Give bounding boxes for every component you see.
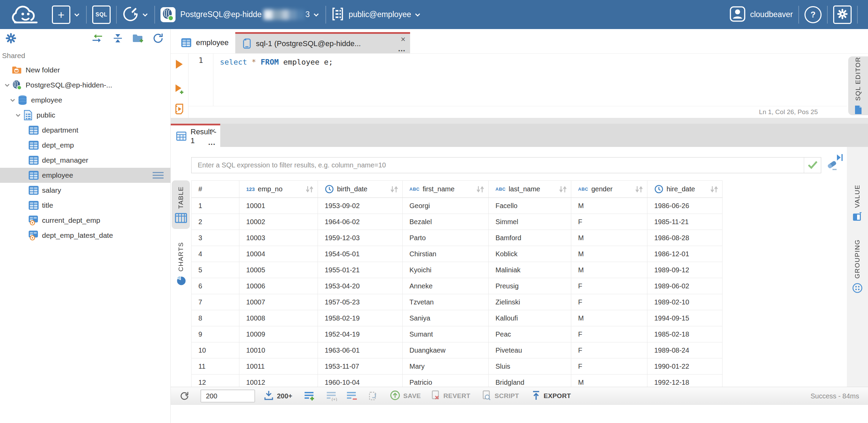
data-cell[interactable]: 1989-08-24	[647, 342, 723, 358]
data-cell[interactable]: 10010	[239, 342, 318, 358]
row-index-cell[interactable]: 4	[192, 246, 239, 262]
data-cell[interactable]: 1986-08-28	[647, 230, 723, 246]
driver-manager-button[interactable]	[122, 6, 149, 24]
data-cell[interactable]: 1985-02-18	[647, 326, 723, 342]
filter-input[interactable]	[192, 158, 804, 173]
result-tab[interactable]: Result - 1 × ...	[171, 124, 220, 147]
data-cell[interactable]: 1954-05-01	[318, 246, 403, 262]
connection-selector[interactable]: PostgreSQL@ep-hidde 3	[160, 7, 320, 22]
tab-menu-icon[interactable]: ...	[208, 139, 215, 146]
chevron-down-icon[interactable]	[8, 97, 17, 104]
data-cell[interactable]: 10005	[239, 262, 318, 278]
row-index-cell[interactable]: 6	[192, 278, 239, 294]
save-button[interactable]: SAVE	[390, 390, 421, 402]
data-cell[interactable]: 1985-11-21	[647, 214, 723, 230]
delete-row-button[interactable]	[346, 391, 357, 401]
data-cell[interactable]: Zielinski	[489, 294, 571, 310]
data-cell[interactable]: Koblick	[489, 246, 571, 262]
script-button[interactable]: SCRIPT	[482, 390, 519, 402]
tree-item-postgresql-ep-hidden[interactable]: PostgreSQL@ep-hidden-...	[0, 78, 170, 93]
row-index-cell[interactable]: 5	[192, 262, 239, 278]
tree-item-dept-emp-latest-date[interactable]: dept_emp_latest_date	[0, 228, 170, 243]
data-cell[interactable]: Bamford	[489, 230, 571, 246]
column-header-last-name[interactable]: ABClast_name	[489, 181, 571, 198]
tree-item-dept-manager[interactable]: dept_manager	[0, 153, 170, 168]
data-cell[interactable]: Facello	[489, 198, 571, 214]
data-cell[interactable]: M	[571, 262, 647, 278]
data-cell[interactable]: Peac	[489, 326, 571, 342]
data-cell[interactable]: F	[571, 326, 647, 342]
column-header-birth-date[interactable]: birth_date	[318, 181, 403, 198]
tree-item-public[interactable]: public	[0, 108, 170, 123]
tab-charts[interactable]: CHARTS	[172, 236, 190, 291]
data-cell[interactable]: 1957-05-23	[318, 294, 403, 310]
chevron-down-icon[interactable]	[3, 82, 12, 88]
tree-item-salary[interactable]: salary	[0, 183, 170, 198]
data-cell[interactable]: 1989-09-12	[647, 262, 723, 278]
sort-icon[interactable]	[389, 185, 399, 193]
data-cell[interactable]: 10002	[239, 214, 318, 230]
chevron-down-icon[interactable]	[312, 11, 320, 18]
hamburger-menu-icon[interactable]	[152, 171, 164, 180]
data-cell[interactable]: F	[571, 342, 647, 358]
tab-grouping[interactable]: GROUPING	[847, 239, 868, 304]
fetch-more-button[interactable]: 200+	[264, 390, 292, 402]
chevron-down-icon[interactable]	[414, 11, 421, 18]
data-cell[interactable]: 10001	[239, 198, 318, 214]
sort-icon[interactable]	[558, 185, 568, 193]
data-cell[interactable]: 1952-04-19	[318, 326, 403, 342]
new-folder-icon[interactable]	[132, 33, 144, 45]
settings-gear-icon[interactable]	[5, 33, 16, 45]
data-cell[interactable]: F	[571, 278, 647, 294]
tree-item-employee[interactable]: employee	[0, 168, 170, 183]
close-icon[interactable]: ×	[401, 35, 405, 43]
data-cell[interactable]: Piveteau	[489, 342, 571, 358]
data-cell[interactable]: Kyoichi	[403, 262, 489, 278]
data-cell[interactable]: 1964-06-02	[318, 214, 403, 230]
data-cell[interactable]: F	[571, 294, 647, 310]
row-index-cell[interactable]: 9	[192, 326, 239, 342]
tab-table[interactable]: TABLE	[172, 180, 190, 229]
help-button[interactable]: ?	[804, 6, 822, 23]
data-cell[interactable]: Parto	[403, 230, 489, 246]
sync-connection-icon[interactable]	[91, 33, 103, 45]
column-header-hire-date[interactable]: hire_date	[647, 181, 723, 198]
export-button[interactable]: EXPORT	[532, 391, 571, 402]
data-cell[interactable]: 1955-01-21	[318, 262, 403, 278]
sort-icon[interactable]	[634, 185, 644, 193]
data-cell[interactable]: M	[571, 310, 647, 326]
execute-new-tab-button[interactable]	[174, 84, 185, 95]
data-cell[interactable]: M	[571, 198, 647, 214]
data-cell[interactable]: 1986-06-26	[647, 198, 723, 214]
add-row-button[interactable]	[304, 391, 315, 401]
data-cell[interactable]: 10004	[239, 246, 318, 262]
data-cell[interactable]: 10011	[239, 358, 318, 374]
row-index-cell[interactable]: 8	[192, 310, 239, 326]
panel-expand-icon[interactable]	[835, 152, 845, 163]
data-cell[interactable]: Mary	[403, 358, 489, 374]
data-cell[interactable]: 1990-01-22	[647, 358, 723, 374]
schema-selector[interactable]: public@employee	[332, 7, 421, 22]
data-cell[interactable]: 10006	[239, 278, 318, 294]
column-header-[interactable]: #	[192, 181, 239, 198]
tree-item-current-dept-emp[interactable]: current_dept_emp	[0, 213, 170, 228]
data-cell[interactable]: 10008	[239, 310, 318, 326]
data-cell[interactable]: Simmel	[489, 214, 571, 230]
tab-value[interactable]: VALUE	[847, 185, 868, 229]
data-cell[interactable]: 10003	[239, 230, 318, 246]
row-index-cell[interactable]: 3	[192, 230, 239, 246]
data-cell[interactable]: F	[571, 358, 647, 374]
data-cell[interactable]: 1953-09-02	[318, 198, 403, 214]
data-cell[interactable]: Anneke	[403, 278, 489, 294]
data-cell[interactable]: 1958-02-19	[318, 310, 403, 326]
row-index-cell[interactable]: 10	[192, 342, 239, 358]
data-cell[interactable]: M	[571, 230, 647, 246]
new-sql-editor-button[interactable]: SQL	[92, 5, 111, 24]
row-index-cell[interactable]: 2	[192, 214, 239, 230]
tree-item-department[interactable]: department	[0, 123, 170, 138]
sort-icon[interactable]	[305, 185, 314, 193]
editor-result-splitter[interactable]	[171, 118, 868, 124]
revert-button[interactable]: REVERT	[431, 390, 471, 402]
row-index-cell[interactable]: 11	[192, 358, 239, 374]
user-menu[interactable]: cloudbeaver	[730, 6, 793, 23]
